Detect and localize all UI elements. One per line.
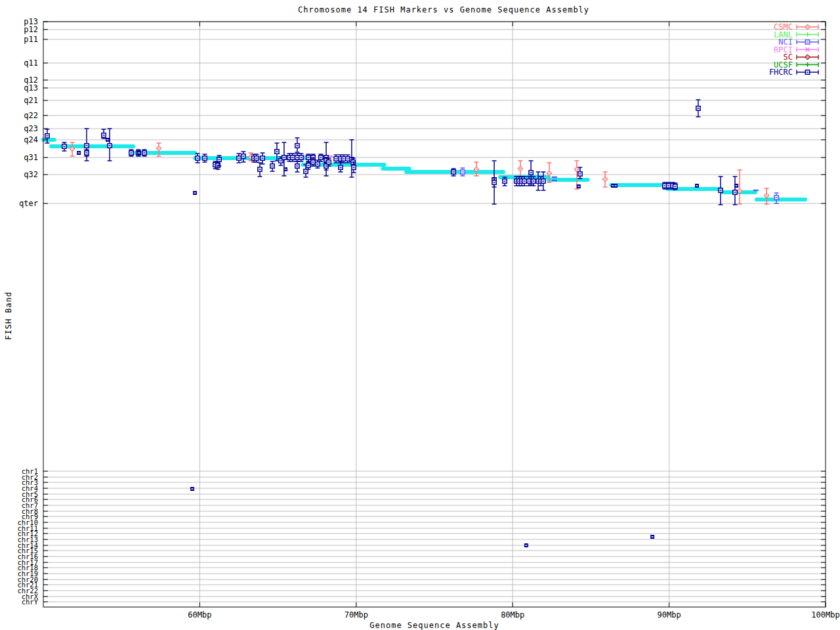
y-tick-label: q13 <box>24 83 38 93</box>
data-point-marker <box>552 180 557 181</box>
legend: CSMCLANLNCIRPCISCUCSFFHCRC <box>769 22 818 77</box>
y-tick-label: q11 <box>24 58 38 68</box>
x-tick-label: 80Mbp <box>501 610 524 620</box>
y-tick-label: q31 <box>24 153 38 162</box>
x-tick-label: 100Mbp <box>811 610 839 620</box>
plot-border <box>43 22 826 607</box>
y-tick-label: q23 <box>24 124 38 133</box>
x-tick-label: 60Mbp <box>188 610 211 620</box>
y-tick-label: q22 <box>24 111 38 120</box>
data-point-marker <box>552 177 557 178</box>
y-tick-label: q32 <box>24 170 38 179</box>
plot-area: p13p12p11q11q12q13q21q22q23q24q31q32qter… <box>0 0 840 630</box>
data-point-marker <box>753 190 759 191</box>
tick-labels: p13p12p11q11q12q13q21q22q23q24q31q32qter… <box>17 17 839 620</box>
chart-root: Chromosome 14 FISH Markers vs Genome Seq… <box>0 0 840 630</box>
y-tick-label: q24 <box>24 135 38 144</box>
x-tick-label: 70Mbp <box>345 610 368 620</box>
gridlines <box>43 22 826 607</box>
y-tick-label: q21 <box>24 96 38 105</box>
y-tick-label: p11 <box>24 35 38 44</box>
y-tick-label: p12 <box>24 25 38 34</box>
y-tick-label: qter <box>19 199 38 208</box>
legend-label: FHCRC <box>769 68 793 77</box>
x-tick-label: 90Mbp <box>658 610 681 620</box>
axes <box>43 22 826 607</box>
y-tick-label: chrY <box>22 598 39 606</box>
